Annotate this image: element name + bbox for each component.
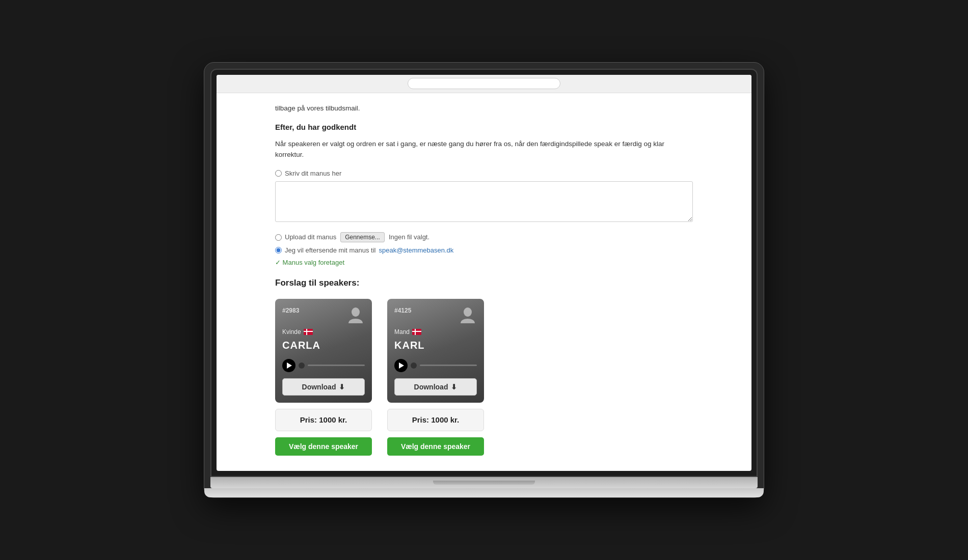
- radio-upload-label[interactable]: Upload dit manus: [275, 232, 336, 242]
- speaker-id-carla: #2983: [282, 306, 299, 315]
- play-icon-karl: [399, 362, 404, 369]
- radio-email-label[interactable]: Jeg vil eftersende mit manus til speak@s…: [275, 245, 453, 256]
- speaker-gender-row-carla: Kvinde: [282, 327, 365, 337]
- speaker-gender-carla: Kvinde: [282, 327, 301, 337]
- speaker-column-karl: #4125 Mand KARL: [387, 299, 484, 456]
- download-button-carla[interactable]: Download ⬇︎: [282, 378, 365, 396]
- play-button-carla[interactable]: [282, 359, 295, 372]
- radio-write-input[interactable]: [275, 170, 282, 177]
- select-speaker-button-karl[interactable]: Vælg denne speaker: [387, 437, 484, 456]
- speaker-card-karl: #4125 Mand KARL: [387, 299, 484, 403]
- page-content: tilbage på vores tilbudsmail. Efter, du …: [255, 93, 713, 471]
- flag-dk-carla: [304, 329, 313, 335]
- radio-email-prefix: Jeg vil eftersende mit manus til: [285, 245, 375, 256]
- laptop-base: [204, 488, 764, 497]
- speaker-name-karl: KARL: [394, 338, 477, 353]
- description-text: Når speakeren er valgt og ordren er sat …: [275, 138, 693, 160]
- upload-no-file-text: Ingen fil valgt.: [389, 232, 429, 242]
- url-bar: [408, 78, 560, 89]
- play-icon-carla: [287, 362, 292, 369]
- speakers-heading: Forslag til speakers:: [275, 276, 693, 290]
- audio-track-carla[interactable]: [308, 365, 365, 366]
- select-speaker-button-carla[interactable]: Vælg denne speaker: [275, 437, 372, 456]
- download-button-karl[interactable]: Download ⬇︎: [394, 378, 477, 396]
- audio-player-carla: [282, 359, 365, 372]
- speaker-avatar-karl: [459, 306, 477, 324]
- svg-point-1: [464, 307, 472, 317]
- radio-write-label[interactable]: Skriv dit manus her: [275, 169, 693, 179]
- audio-dot-carla: [299, 362, 305, 369]
- manus-textarea[interactable]: [275, 181, 693, 222]
- email-link[interactable]: speak@stemmebasen.dk: [379, 245, 453, 256]
- screen-bezel: tilbage på vores tilbudsmail. Efter, du …: [210, 69, 758, 477]
- speaker-gender-karl: Mand: [394, 327, 410, 337]
- speakers-grid: #2983 Kvinde CARLA: [275, 299, 693, 456]
- speaker-name-carla: CARLA: [282, 338, 365, 353]
- play-button-karl[interactable]: [394, 359, 408, 372]
- price-box-carla: Pris: 1000 kr.: [275, 409, 372, 432]
- speaker-card-top-karl: #4125: [394, 306, 477, 324]
- speaker-gender-row-karl: Mand: [394, 327, 477, 337]
- download-icon-carla: ⬇︎: [339, 383, 345, 391]
- price-karl: Pris: 1000 kr.: [412, 415, 460, 424]
- laptop-bottom: [210, 477, 758, 488]
- screen: tilbage på vores tilbudsmail. Efter, du …: [217, 75, 751, 471]
- speaker-card-top-carla: #2983: [282, 306, 365, 324]
- speaker-id-karl: #4125: [394, 306, 411, 315]
- radio-write-group: Skriv dit manus her: [275, 169, 693, 179]
- speaker-card-carla: #2983 Kvinde CARLA: [275, 299, 372, 403]
- manus-confirm-text: ✓ Manus valg foretaget: [275, 258, 693, 268]
- download-icon-karl: ⬇︎: [451, 383, 457, 391]
- browser-bar: [217, 75, 751, 93]
- download-label-carla: Download: [302, 383, 336, 391]
- section-heading: Efter, du har godkendt: [275, 122, 693, 133]
- radio-email-input[interactable]: [275, 247, 282, 254]
- radio-write-text: Skriv dit manus her: [285, 169, 341, 179]
- radio-upload-input[interactable]: [275, 234, 282, 241]
- laptop-hinge: [433, 481, 535, 485]
- download-label-karl: Download: [414, 383, 448, 391]
- intro-text: tilbage på vores tilbudsmail.: [275, 103, 693, 114]
- price-carla: Pris: 1000 kr.: [300, 415, 347, 424]
- audio-dot-karl: [411, 362, 417, 369]
- price-box-karl: Pris: 1000 kr.: [387, 409, 484, 432]
- audio-player-karl: [394, 359, 477, 372]
- speaker-avatar-carla: [346, 306, 365, 324]
- upload-row: Upload dit manus Gennemse... Ingen fil v…: [275, 232, 693, 242]
- upload-browse-button[interactable]: Gennemse...: [340, 232, 385, 242]
- flag-dk-karl: [412, 329, 421, 335]
- radio-upload-text: Upload dit manus: [285, 232, 336, 242]
- email-row: Jeg vil eftersende mit manus til speak@s…: [275, 245, 693, 256]
- speaker-column-carla: #2983 Kvinde CARLA: [275, 299, 372, 456]
- audio-track-karl[interactable]: [420, 365, 477, 366]
- laptop-frame: tilbage på vores tilbudsmail. Efter, du …: [204, 62, 764, 498]
- svg-point-0: [352, 307, 360, 317]
